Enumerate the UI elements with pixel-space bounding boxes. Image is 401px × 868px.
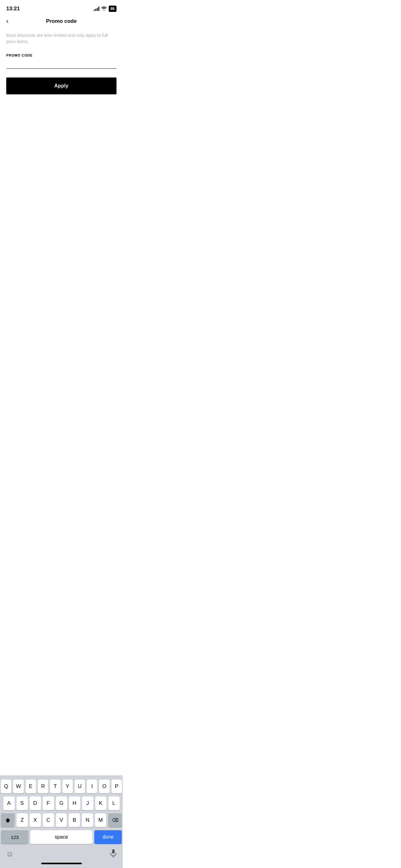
promo-code-input[interactable] [6,58,116,69]
status-time: 13:21 [6,6,20,12]
status-icons: 86 [94,6,116,12]
description-text: Most discounts are time-limited and only… [6,32,116,45]
apply-button[interactable]: Apply [6,78,116,94]
signal-icon [94,6,99,11]
page-title: Promo code [46,18,76,24]
battery-indicator: 86 [109,6,116,12]
wifi-icon [101,6,107,11]
back-button[interactable]: ‹ [6,18,8,25]
content-area: Most discounts are time-limited and only… [0,29,123,94]
promo-field-label: PROMO CODE [6,54,32,57]
nav-header: ‹ Promo code [0,16,123,29]
status-bar: 13:21 86 [0,0,123,16]
